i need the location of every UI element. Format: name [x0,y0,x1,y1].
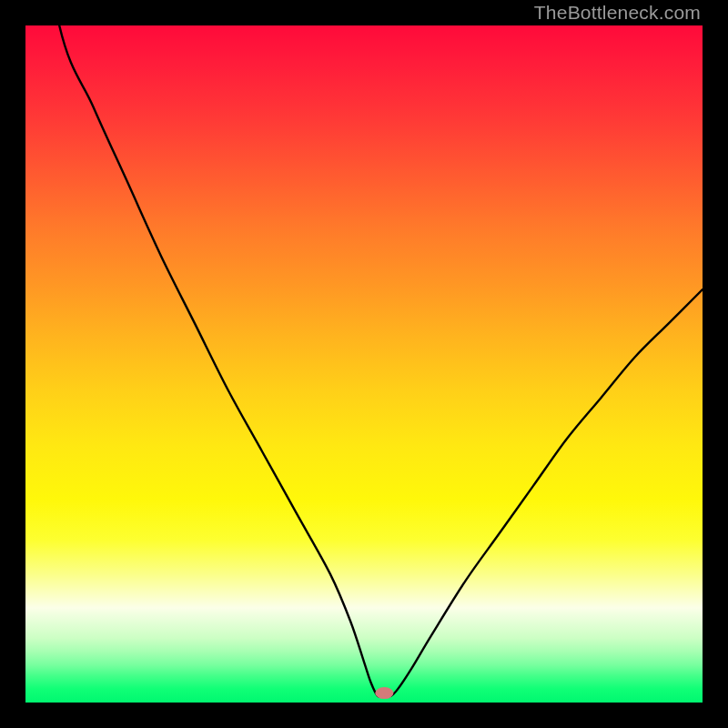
watermark-text: TheBottleneck.com [534,2,701,24]
optimal-point-marker [375,687,393,699]
chart-frame: TheBottleneck.com [0,0,728,728]
curve-layer [25,25,703,703]
bottleneck-curve [25,25,703,697]
plot-area [25,25,703,703]
